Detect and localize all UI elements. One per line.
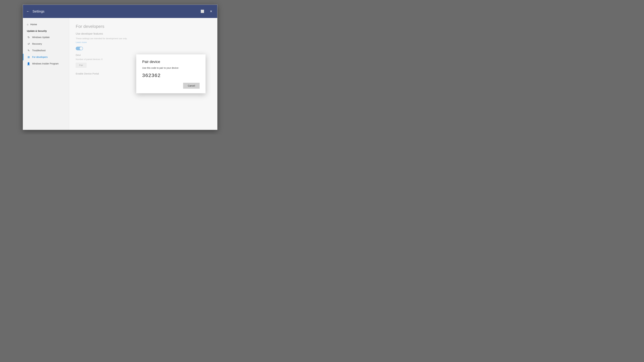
sidebar-home-item[interactable]: ⌂ Home: [23, 21, 69, 27]
sidebar-item-for-developers[interactable]: ⊞ For developers: [23, 54, 69, 60]
sidebar-item-label: Troubleshoot: [32, 49, 46, 52]
sidebar-item-windows-insider[interactable]: 👤 Windows Insider Program: [23, 60, 69, 67]
pairing-code: 362362: [142, 72, 200, 78]
sidebar-item-label: Windows Insider Program: [32, 62, 58, 65]
cancel-button[interactable]: Cancel: [183, 83, 200, 89]
windows-update-icon: ↻: [27, 36, 30, 39]
recovery-icon: ↺: [27, 42, 30, 45]
main-content: ⌂ Home Update & Security ↻ Windows Updat…: [23, 18, 217, 130]
sidebar-item-label: Windows Update: [32, 36, 50, 38]
settings-window: ← Settings ⬜ ✕ ⌂ Home Update & Security …: [23, 4, 218, 130]
sidebar-section-title: Update & Security: [23, 29, 69, 34]
back-button[interactable]: ←: [26, 9, 30, 13]
title-bar: ← Settings ⬜ ✕: [23, 5, 217, 18]
troubleshoot-icon: ✎: [27, 49, 30, 52]
developers-icon: ⊞: [27, 55, 30, 59]
sidebar-item-label: Recovery: [32, 42, 42, 45]
restore-button[interactable]: ⬜: [200, 8, 205, 14]
sidebar-item-troubleshoot[interactable]: ✎ Troubleshoot: [23, 47, 69, 54]
close-button[interactable]: ✕: [208, 8, 214, 14]
sidebar-item-windows-update[interactable]: ↻ Windows Update: [23, 34, 69, 40]
sidebar-home-label: Home: [30, 23, 37, 26]
window-title: Settings: [32, 9, 200, 13]
sidebar: ⌂ Home Update & Security ↻ Windows Updat…: [23, 18, 69, 130]
insider-icon: 👤: [27, 62, 30, 65]
sidebar-item-recovery[interactable]: ↺ Recovery: [23, 40, 69, 47]
home-icon: ⌂: [27, 23, 28, 26]
dialog-actions: Cancel: [142, 83, 200, 89]
pair-device-dialog: Pair device Use this code to pair to you…: [136, 54, 206, 93]
window-controls: ⬜ ✕: [200, 8, 214, 14]
dialog-title: Pair device: [142, 60, 200, 64]
dialog-description: Use this code to pair to your device:: [142, 67, 200, 69]
content-area: For developers Use developer features Th…: [69, 18, 217, 130]
sidebar-item-label: For developers: [32, 56, 48, 58]
